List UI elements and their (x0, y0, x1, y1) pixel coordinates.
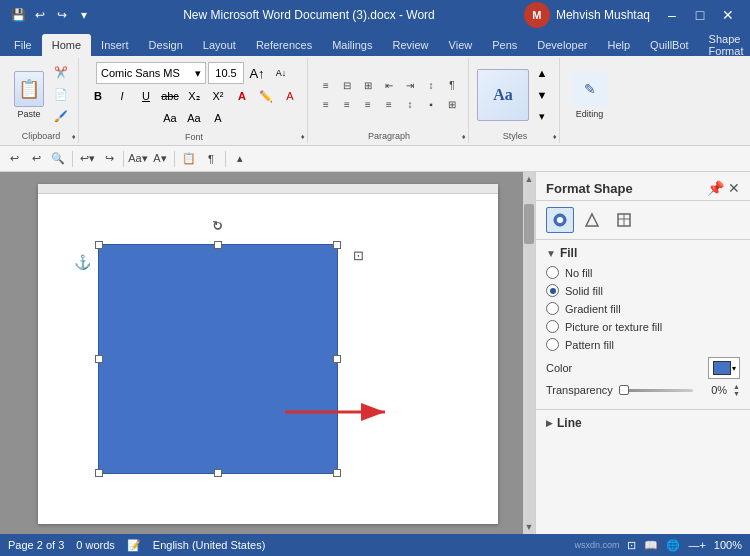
justify-btn[interactable]: ≡ (379, 95, 399, 113)
format-painter-button[interactable]: 🖌️ (50, 107, 72, 127)
toolbar-undo-drop[interactable]: ↩▾ (77, 149, 97, 169)
font-color-button[interactable]: A (279, 86, 301, 106)
increase-indent-btn[interactable]: ⇥ (400, 76, 420, 94)
decrease-font-btn[interactable]: A↓ (270, 63, 292, 83)
copy-button[interactable]: 📄 (50, 85, 72, 105)
handle-middle-left[interactable] (95, 355, 103, 363)
handle-top-right[interactable] (333, 241, 341, 249)
subscript-button[interactable]: X₂ (183, 86, 205, 106)
trans-up-arrow[interactable]: ▲ (733, 383, 740, 390)
styles-scroll-up[interactable]: ▲ (531, 63, 553, 83)
italic-button[interactable]: I (111, 86, 133, 106)
styles-more[interactable]: ▾ (531, 107, 553, 127)
borders-btn[interactable]: ⊞ (442, 95, 462, 113)
solid-fill-option[interactable]: Solid fill (546, 284, 740, 297)
multilevel-button[interactable]: ⊞ (358, 76, 378, 94)
panel-pin-btn[interactable]: 📌 (707, 180, 724, 196)
picture-texture-fill-option[interactable]: Picture or texture fill (546, 320, 740, 333)
decrease-indent-btn[interactable]: ⇤ (379, 76, 399, 94)
redo-quick-btn[interactable]: ↪ (52, 5, 72, 25)
blue-rectangle[interactable] (98, 244, 338, 474)
tab-file[interactable]: File (4, 34, 42, 56)
line-spacing-btn[interactable]: ↕ (400, 95, 420, 113)
font-size-selector[interactable]: 10.5 (208, 62, 244, 84)
toolbar-undo2[interactable]: ↩ (26, 149, 46, 169)
scroll-down-btn[interactable]: ▼ (525, 522, 534, 534)
toolbar-format[interactable]: A▾ (150, 149, 170, 169)
view-web-btn[interactable]: 🌐 (666, 539, 680, 552)
tab-help[interactable]: Help (597, 34, 640, 56)
solid-fill-radio[interactable] (546, 284, 559, 297)
tab-view[interactable]: View (439, 34, 483, 56)
undo-quick-btn[interactable]: ↩ (30, 5, 50, 25)
toolbar-para[interactable]: ¶ (201, 149, 221, 169)
styles-expand[interactable]: ⬧ (552, 131, 557, 141)
tab-shape-format[interactable]: Shape Format (699, 34, 750, 56)
bold-button[interactable]: B (87, 86, 109, 106)
view-normal-btn[interactable]: ⊡ (627, 539, 636, 552)
strikethrough-button[interactable]: abc (159, 86, 181, 106)
handle-bottom-right[interactable] (333, 469, 341, 477)
bullets-button[interactable]: ≡ (316, 76, 336, 94)
align-left-btn[interactable]: ≡ (316, 95, 336, 113)
paste-button[interactable]: 📋 Paste (10, 69, 48, 121)
char-shading-btn[interactable]: A (207, 108, 229, 128)
tab-review[interactable]: Review (383, 34, 439, 56)
vertical-scrollbar[interactable]: ▲ ▼ (523, 172, 535, 534)
shading-btn[interactable]: ▪ (421, 95, 441, 113)
maximize-button[interactable]: □ (686, 0, 714, 30)
panel-tab-shape[interactable] (578, 207, 606, 233)
numbering-button[interactable]: ⊟ (337, 76, 357, 94)
toolbar-redo-drop[interactable]: ↪ (99, 149, 119, 169)
editing-button[interactable]: ✎ Editing (570, 69, 610, 121)
gradient-fill-radio[interactable] (546, 302, 559, 315)
align-center-btn[interactable]: ≡ (337, 95, 357, 113)
minimize-button[interactable]: – (658, 0, 686, 30)
transparency-spinners[interactable]: ▲ ▼ (733, 383, 740, 397)
tab-mailings[interactable]: Mailings (322, 34, 382, 56)
handle-bottom-center[interactable] (214, 469, 222, 477)
color-picker-button[interactable]: ▾ (708, 357, 740, 379)
handle-middle-right[interactable] (333, 355, 341, 363)
tab-developer[interactable]: Developer (527, 34, 597, 56)
superscript-button[interactable]: X² (207, 86, 229, 106)
scroll-up-btn[interactable]: ▲ (525, 172, 534, 184)
tab-pens[interactable]: Pens (482, 34, 527, 56)
text-case-btn[interactable]: Aa (183, 108, 205, 128)
handle-bottom-left[interactable] (95, 469, 103, 477)
shape-container[interactable]: ↻ ⚓ ⊡ (98, 244, 338, 474)
fill-section-header[interactable]: ▼ Fill (546, 246, 740, 260)
align-right-btn[interactable]: ≡ (358, 95, 378, 113)
paragraph-expand[interactable]: ⬧ (461, 131, 466, 141)
toolbar-style[interactable]: Aa▾ (128, 149, 148, 169)
panel-tab-fill[interactable] (546, 207, 574, 233)
tab-design[interactable]: Design (139, 34, 193, 56)
panel-close-btn[interactable]: ✕ (728, 180, 740, 196)
handle-top-center[interactable] (214, 241, 222, 249)
text-effects-button[interactable]: A (231, 86, 253, 106)
document-area[interactable]: ↻ ⚓ ⊡ (0, 172, 535, 534)
tab-insert[interactable]: Insert (91, 34, 139, 56)
highlight-button[interactable]: ✏️ (255, 86, 277, 106)
underline-button[interactable]: U (135, 86, 157, 106)
tab-layout[interactable]: Layout (193, 34, 246, 56)
show-marks-btn[interactable]: ¶ (442, 76, 462, 94)
tab-quillbot[interactable]: QuillBot (640, 34, 699, 56)
tab-home[interactable]: Home (42, 34, 91, 56)
transparency-thumb[interactable] (619, 385, 629, 395)
toolbar-undo[interactable]: ↩ (4, 149, 24, 169)
font-family-selector[interactable]: Comic Sans MS ▾ (96, 62, 206, 84)
styles-scroll-down[interactable]: ▼ (531, 85, 553, 105)
transparency-slider[interactable] (619, 389, 693, 392)
scroll-thumb[interactable] (524, 204, 534, 244)
quick-access-toolbar[interactable]: 💾 ↩ ↪ ▾ (8, 5, 94, 25)
save-quick-btn[interactable]: 💾 (8, 5, 28, 25)
increase-font-btn[interactable]: A↑ (246, 63, 268, 83)
picture-texture-fill-radio[interactable] (546, 320, 559, 333)
view-read-btn[interactable]: 📖 (644, 539, 658, 552)
clear-format-btn[interactable]: Aa (159, 108, 181, 128)
close-button[interactable]: ✕ (714, 0, 742, 30)
gradient-fill-option[interactable]: Gradient fill (546, 302, 740, 315)
customize-quick-btn[interactable]: ▾ (74, 5, 94, 25)
font-expand[interactable]: ⬧ (300, 131, 305, 141)
